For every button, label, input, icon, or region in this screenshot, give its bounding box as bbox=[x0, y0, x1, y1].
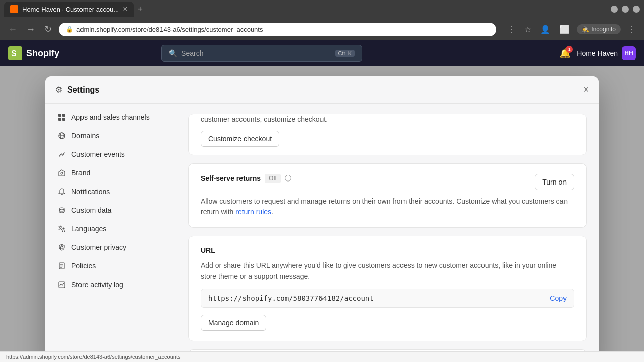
tab-favicon bbox=[10, 5, 18, 13]
back-button[interactable]: ← bbox=[6, 22, 19, 37]
shopify-brand-name: Shopify bbox=[26, 48, 59, 59]
app-area: S Shopify 🔍 Search Ctrl K 🔔 1 Home Haven… bbox=[0, 40, 644, 362]
sidebar-item-policies[interactable]: Policies bbox=[49, 257, 172, 275]
customize-checkout-button[interactable]: Customize checkout bbox=[201, 131, 279, 147]
content-inner: customer accounts, customize checkout. C… bbox=[176, 104, 599, 351]
self-serve-period: . bbox=[271, 208, 273, 216]
languages-icon bbox=[57, 224, 66, 233]
sidebar-label-notifications: Notifications bbox=[71, 188, 110, 196]
shopify-logo: S Shopify bbox=[8, 46, 59, 60]
status-url: https://admin.shopify.com/store/de8143-a… bbox=[6, 354, 180, 360]
return-rules-link[interactable]: return rules bbox=[235, 208, 271, 216]
minimize-button[interactable] bbox=[611, 6, 618, 13]
sidebar-label-customer-events: Customer events bbox=[71, 150, 125, 158]
svg-text:S: S bbox=[11, 49, 17, 58]
url-section-title: URL bbox=[201, 246, 215, 254]
settings-overlay: ⚙ Settings × Apps and sales channels bbox=[0, 66, 644, 351]
copy-url-button[interactable]: Copy bbox=[550, 294, 567, 302]
classic-section: Classic customer accounts Customers log … bbox=[189, 350, 586, 351]
sidebar-label-store-activity: Store activity log bbox=[71, 281, 123, 289]
sidebar-item-custom-data[interactable]: Custom data bbox=[49, 201, 172, 219]
self-serve-info-icon[interactable]: ⓘ bbox=[285, 174, 291, 183]
address-bar[interactable]: 🔒 admin.shopify.com/store/de8143-a6/sett… bbox=[59, 23, 496, 36]
incognito-label: Incognito bbox=[591, 26, 616, 33]
domains-icon bbox=[57, 131, 66, 140]
bookmark-button[interactable]: ☆ bbox=[522, 23, 533, 36]
sidebar-item-notifications[interactable]: Notifications bbox=[49, 183, 172, 201]
settings-header: ⚙ Settings × bbox=[45, 76, 599, 104]
close-window-button[interactable] bbox=[633, 6, 640, 13]
url-value: https://shopify.com/58037764182/account bbox=[208, 294, 374, 302]
notifications-icon bbox=[57, 187, 66, 196]
sidebar-item-domains[interactable]: Domains bbox=[49, 127, 172, 145]
more-button[interactable]: ⋮ bbox=[626, 23, 638, 36]
settings-modal: ⚙ Settings × Apps and sales channels bbox=[45, 76, 599, 351]
brand-icon bbox=[57, 168, 66, 177]
notification-count: 1 bbox=[566, 46, 573, 53]
self-serve-title: Self-serve returns bbox=[201, 174, 261, 183]
browser-toolbar: ← → ↻ 🔒 admin.shopify.com/store/de8143-a… bbox=[0, 18, 644, 40]
forward-button[interactable]: → bbox=[24, 22, 37, 37]
policies-icon bbox=[57, 261, 66, 270]
sidebar-label-apps-sales: Apps and sales channels bbox=[71, 113, 150, 121]
intro-text: customer accounts, customize checkout. bbox=[201, 114, 574, 125]
lock-icon: 🔒 bbox=[66, 26, 73, 33]
apps-sales-icon bbox=[57, 113, 66, 122]
maximize-button[interactable] bbox=[622, 6, 629, 13]
self-serve-title-group: Self-serve returns Off ⓘ bbox=[201, 174, 291, 183]
svg-rect-5 bbox=[62, 118, 65, 121]
notifications-bell[interactable]: 🔔 1 bbox=[559, 48, 571, 59]
sidebar-label-customer-privacy: Customer privacy bbox=[71, 243, 126, 251]
incognito-icon: 🕵 bbox=[582, 26, 589, 33]
store-name: Home Haven bbox=[577, 49, 618, 57]
sidebar-item-languages[interactable]: Languages bbox=[49, 220, 172, 238]
sidebar-item-brand[interactable]: Brand bbox=[49, 164, 172, 182]
sidebar-item-customer-privacy[interactable]: Customer privacy bbox=[49, 238, 172, 256]
customer-events-icon bbox=[57, 150, 66, 159]
browser-window: Home Haven · Customer accou... × + ← → ↻… bbox=[0, 0, 644, 362]
turn-on-button[interactable]: Turn on bbox=[535, 174, 574, 190]
incognito-badge: 🕵 Incognito bbox=[577, 24, 621, 34]
profile-button[interactable]: 👤 bbox=[538, 23, 552, 36]
store-initials: HH bbox=[624, 50, 633, 57]
shopify-navbar: S Shopify 🔍 Search Ctrl K 🔔 1 Home Haven… bbox=[0, 40, 644, 66]
browser-titlebar: Home Haven · Customer accou... × + bbox=[0, 0, 644, 18]
customer-privacy-icon bbox=[57, 243, 66, 252]
search-shortcut: Ctrl K bbox=[335, 50, 355, 57]
sidebar-label-custom-data: Custom data bbox=[71, 206, 111, 214]
url-description: Add or share this URL anywhere you'd lik… bbox=[201, 260, 574, 282]
sidebar-item-customer-events[interactable]: Customer events bbox=[49, 145, 172, 163]
address-text: admin.shopify.com/store/de8143-a6/settin… bbox=[76, 26, 263, 33]
search-bar[interactable]: 🔍 Search Ctrl K bbox=[161, 45, 362, 62]
self-serve-returns-card: Self-serve returns Off ⓘ Turn on Allow c… bbox=[188, 163, 587, 228]
new-tab-button[interactable]: + bbox=[138, 4, 143, 15]
self-serve-status: Off bbox=[265, 174, 281, 183]
url-card: URL Add or share this URL anywhere you'd… bbox=[188, 236, 587, 341]
settings-close-button[interactable]: × bbox=[583, 84, 589, 95]
nav-right: 🔔 1 Home Haven HH bbox=[559, 46, 636, 60]
svg-rect-2 bbox=[58, 114, 61, 117]
self-serve-section: Self-serve returns Off ⓘ Turn on Allow c… bbox=[189, 164, 586, 227]
intro-section: customer accounts, customize checkout. C… bbox=[189, 114, 586, 155]
url-section: URL Add or share this URL anywhere you'd… bbox=[189, 236, 586, 341]
sidebar-item-store-activity[interactable]: Store activity log bbox=[49, 276, 172, 294]
sidebar-item-apps-sales[interactable]: Apps and sales channels bbox=[49, 108, 172, 126]
store-avatar: HH bbox=[622, 46, 636, 60]
extensions-button[interactable]: ⋮ bbox=[505, 23, 517, 36]
custom-data-icon bbox=[57, 206, 66, 215]
refresh-button[interactable]: ↻ bbox=[42, 22, 54, 37]
store-selector[interactable]: Home Haven HH bbox=[577, 46, 636, 60]
sidebar-label-policies: Policies bbox=[71, 262, 96, 270]
tab-title: Home Haven · Customer accou... bbox=[22, 6, 119, 13]
search-placeholder: Search bbox=[181, 49, 203, 57]
svg-rect-4 bbox=[58, 118, 61, 121]
intro-card: customer accounts, customize checkout. C… bbox=[188, 114, 587, 155]
settings-sidebar: Apps and sales channels Domains bbox=[45, 104, 176, 351]
manage-domain-button[interactable]: Manage domain bbox=[201, 315, 266, 331]
browser-tab[interactable]: Home Haven · Customer accou... × bbox=[4, 2, 134, 17]
tab-search-button[interactable]: ⬜ bbox=[557, 23, 572, 36]
close-tab-button[interactable]: × bbox=[123, 5, 127, 14]
self-serve-description: Allow customers to request and manage re… bbox=[201, 196, 574, 217]
classic-accounts-card: Classic customer accounts Customers log … bbox=[188, 349, 587, 351]
sidebar-label-languages: Languages bbox=[71, 225, 106, 233]
